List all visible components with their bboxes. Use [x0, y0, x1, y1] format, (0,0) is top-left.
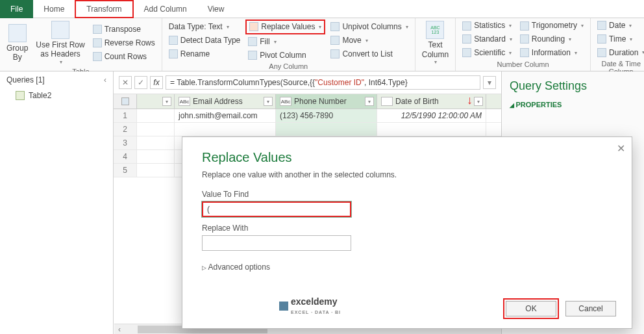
tab-add-column[interactable]: Add Column [134, 0, 197, 18]
table-menu-icon [121, 97, 129, 105]
duration-button[interactable]: Duration [595, 47, 644, 59]
table-icon [16, 91, 25, 100]
count-rows-button[interactable]: Count Rows [90, 51, 158, 63]
col-dropdown-icon[interactable]: ▾ [264, 97, 273, 106]
group-by-icon [8, 24, 27, 42]
dialog-description: Replace one value with another in the se… [202, 170, 612, 179]
tab-home[interactable]: Home [33, 0, 75, 18]
ribbon: Group By Use First Row as Headers Transp… [0, 18, 644, 71]
col-dropdown-icon[interactable]: ▾ [474, 97, 483, 106]
pivot-button[interactable]: Pivot Column [245, 49, 325, 62]
grid-corner[interactable] [114, 94, 137, 109]
date-button[interactable]: Date [595, 19, 644, 32]
fx-button[interactable]: fx [150, 76, 163, 89]
formula-expand-button[interactable]: ▾ [483, 76, 496, 89]
move-icon [330, 36, 340, 45]
watermark: exceldemyEXCEL · DATA · BI [279, 296, 341, 316]
type-text-icon[interactable]: ABc [179, 97, 190, 106]
group-label-anycol: Any Column [166, 61, 411, 71]
data-type-button[interactable]: Data Type: Text [166, 21, 243, 33]
dialog-close-button[interactable]: ✕ [617, 142, 625, 155]
sci-icon [462, 48, 471, 57]
sidebar-header: Queries [1]‹ [0, 71, 113, 88]
find-label: Value To Find [202, 190, 612, 199]
text-column-icon: ABC 123 [426, 21, 444, 39]
tab-view[interactable]: View [197, 0, 235, 18]
cell-email: john.smith@email.com [175, 109, 276, 122]
collapse-icon[interactable]: ‹ [104, 75, 106, 84]
statistics-button[interactable]: Statistics [460, 19, 515, 32]
column-header-email[interactable]: ABcEmail Address▾ [175, 94, 276, 109]
query-item-table2[interactable]: Table2 [0, 88, 113, 103]
detect-icon [169, 36, 178, 45]
queries-sidebar: Queries [1]‹ Table2 [0, 71, 114, 334]
fill-button[interactable]: Fill [245, 36, 325, 48]
scroll-left-icon[interactable]: ‹ [114, 324, 125, 335]
group-label-text [419, 67, 451, 70]
scientific-button[interactable]: Scientific [460, 47, 515, 59]
list-icon [330, 49, 340, 58]
rounding-button[interactable]: Rounding [517, 33, 586, 45]
info-button[interactable]: Information [517, 47, 586, 59]
trig-button[interactable]: Trigonometry [517, 19, 586, 32]
replace-values-button[interactable]: Replace Values [245, 19, 325, 34]
properties-section[interactable]: PROPERTIES [510, 101, 636, 109]
dialog-title: Replace Values [202, 150, 612, 165]
replace-icon [249, 22, 258, 31]
cell-phone: (123) 456-7890 [276, 109, 377, 122]
fill-icon [248, 37, 257, 46]
cell-dob: 12/5/1990 12:00:00 AM [377, 109, 486, 122]
transpose-icon [93, 25, 102, 34]
round-icon [520, 34, 529, 44]
panel-title: Query Settings [510, 79, 636, 93]
convert-list-button[interactable]: Convert to List [328, 48, 410, 60]
value-to-find-input[interactable] [202, 201, 351, 217]
table-row[interactable]: 1 john.smith@email.com (123) 456-7890 12… [114, 109, 501, 123]
reverse-rows-button[interactable]: Reverse Rows [90, 37, 158, 49]
move-button[interactable]: Move [328, 34, 410, 47]
tab-transform[interactable]: Transform [75, 0, 133, 18]
stats-icon [462, 21, 471, 31]
column-header-dob[interactable]: Date of Birth▾ [377, 94, 486, 109]
col-dropdown-icon[interactable]: ▾ [365, 97, 374, 106]
headers-icon [51, 21, 69, 39]
group-label-number: Number Column [460, 59, 586, 70]
type-datetime-icon[interactable] [381, 97, 393, 106]
time-button[interactable]: Time [595, 33, 644, 45]
count-icon [93, 52, 102, 61]
replace-label: Replace With [202, 224, 612, 233]
ok-button[interactable]: OK [506, 301, 556, 316]
replace-values-dialog: ✕ Replace Values Replace one value with … [182, 136, 632, 329]
rename-button[interactable]: Rename [166, 48, 243, 60]
unpivot-icon [330, 22, 340, 31]
unpivot-button[interactable]: Unpivot Columns [328, 21, 410, 33]
col-dropdown-icon[interactable]: ▾ [162, 97, 171, 106]
detect-type-button[interactable]: Detect Data Type [166, 34, 243, 47]
column-header-phone[interactable]: ABcPhone Number▾ [276, 94, 377, 109]
reverse-icon [93, 38, 102, 47]
standard-icon [462, 34, 471, 44]
group-by-button[interactable]: Group By [4, 23, 31, 64]
time-icon [597, 34, 606, 44]
replace-with-input[interactable] [202, 235, 351, 251]
pivot-icon [248, 51, 257, 60]
watermark-icon [279, 302, 288, 311]
row-number: 1 [114, 109, 137, 122]
cancel-button[interactable]: Cancel [565, 301, 616, 316]
column-header-blank[interactable]: ▾ [137, 94, 175, 109]
accept-fx-button[interactable]: ✓ [134, 76, 147, 89]
tab-file[interactable]: File [0, 0, 33, 18]
cancel-fx-button[interactable]: ✕ [119, 76, 132, 89]
formula-bar: ✕ ✓ fx = Table.TransformColumnTypes(Sour… [114, 71, 501, 94]
type-text-icon[interactable]: ABc [280, 97, 291, 106]
table-row[interactable]: 2 [114, 123, 501, 136]
advanced-options-toggle[interactable]: Advanced options [202, 263, 612, 272]
rename-icon [169, 49, 178, 58]
ribbon-tabs: File Home Transform Add Column View [0, 0, 644, 18]
standard-button[interactable]: Standard [460, 33, 515, 45]
transpose-button[interactable]: Transpose [90, 23, 158, 36]
formula-input[interactable]: = Table.TransformColumnTypes(Source,{{"C… [166, 75, 480, 90]
info-icon [520, 48, 529, 57]
use-first-row-button[interactable]: Use First Row as Headers [33, 19, 87, 66]
text-column-button[interactable]: ABC 123Text Column [419, 19, 451, 66]
